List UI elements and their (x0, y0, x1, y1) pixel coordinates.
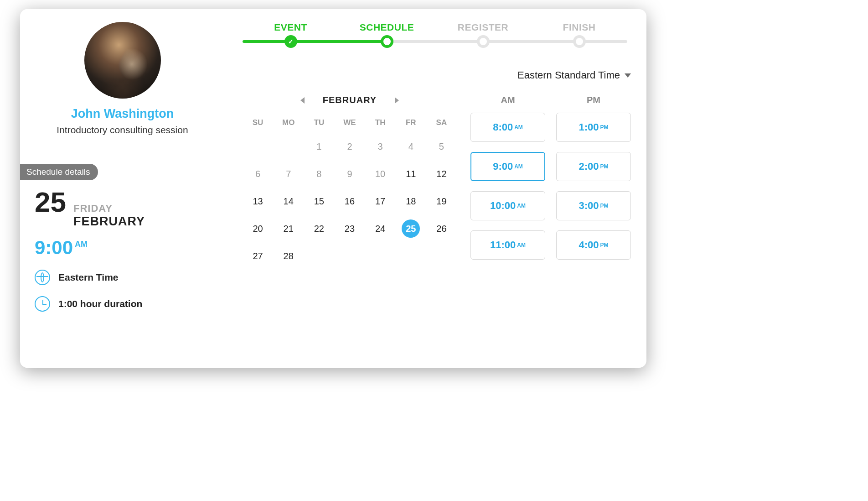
timezone-label: Eastern Time (58, 272, 119, 283)
progress-stepper: EVENT SCHEDULE REGISTER FINISH ✓ (243, 22, 627, 58)
calendar: FEBRUARY SUMOTUWETHFRSA12345678910111213… (243, 95, 457, 264)
calendar-month-label: FEBRUARY (323, 95, 377, 105)
stepper-track: ✓ (243, 40, 627, 43)
calendar-day (273, 138, 304, 155)
person-name: John Washington (71, 107, 174, 121)
time-slot[interactable]: 3:00PM (556, 191, 631, 220)
calendar-dow: SU (243, 118, 273, 127)
calendar-day: 4 (396, 138, 426, 155)
calendar-day[interactable]: 18 (396, 193, 426, 209)
time-slot[interactable]: 11:00AM (470, 230, 545, 260)
calendar-day[interactable]: 27 (243, 248, 273, 264)
calendar-day[interactable]: 12 (426, 166, 457, 182)
selected-day-number: 25 (35, 189, 66, 215)
step-node-register[interactable] (477, 35, 490, 48)
selected-weekday: FRIDAY (73, 203, 145, 214)
calendar-day[interactable]: 23 (334, 220, 365, 237)
timezone-picker[interactable]: Eastern Standard Time (243, 69, 631, 81)
calendar-dow: MO (273, 118, 304, 127)
time-slot[interactable]: 2:00PM (556, 152, 631, 181)
calendar-day[interactable]: 26 (426, 220, 457, 237)
calendar-day[interactable]: 14 (273, 193, 304, 209)
main-panel: EVENT SCHEDULE REGISTER FINISH ✓ Eastern… (225, 9, 646, 368)
calendar-day (396, 248, 426, 264)
step-schedule[interactable]: SCHEDULE (339, 22, 435, 33)
selected-month: FEBRUARY (73, 214, 145, 229)
calendar-day: 1 (304, 138, 334, 155)
step-register[interactable]: REGISTER (435, 22, 531, 33)
selected-time: 9:00 (35, 237, 73, 259)
duration-label: 1:00 hour duration (58, 298, 142, 309)
calendar-day: 9 (334, 166, 365, 182)
calendar-dow: TH (365, 118, 396, 127)
calendar-day[interactable]: 22 (304, 220, 334, 237)
calendar-dow: FR (396, 118, 426, 127)
session-title: Introductory consulting session (57, 125, 188, 136)
selected-meridiem: AM (75, 240, 88, 249)
calendar-grid: SUMOTUWETHFRSA12345678910111213141516171… (243, 118, 457, 264)
schedule-details-badge: Schedule details (20, 164, 98, 180)
calendar-day (334, 248, 365, 264)
step-node-event[interactable]: ✓ (284, 35, 297, 48)
step-node-schedule[interactable] (381, 35, 393, 48)
sidebar: John Washington Introductory consulting … (20, 9, 225, 368)
chevron-down-icon (625, 73, 631, 78)
step-finish[interactable]: FINISH (531, 22, 627, 33)
calendar-day: 8 (304, 166, 334, 182)
calendar-day[interactable]: 11 (396, 166, 426, 182)
calendar-day (365, 248, 396, 264)
calendar-day[interactable]: 17 (365, 193, 396, 209)
calendar-day[interactable]: 21 (273, 220, 304, 237)
step-event[interactable]: EVENT (243, 22, 339, 33)
calendar-dow: TU (304, 118, 334, 127)
next-month-button[interactable] (395, 97, 399, 104)
calendar-day[interactable]: 28 (273, 248, 304, 264)
prev-month-button[interactable] (300, 97, 305, 104)
calendar-day (304, 248, 334, 264)
calendar-day[interactable]: 20 (243, 220, 273, 237)
selected-date-block: 25 FRIDAY FEBRUARY 9:00 AM Eastern Time … (35, 189, 145, 312)
scheduler-card: John Washington Introductory consulting … (20, 9, 646, 368)
calendar-day: 6 (243, 166, 273, 182)
time-slot[interactable]: 1:00PM (556, 113, 631, 142)
time-slot[interactable]: 10:00AM (470, 191, 545, 220)
calendar-day[interactable]: 19 (426, 193, 457, 209)
time-slot[interactable]: 4:00PM (556, 230, 631, 260)
time-slot[interactable]: 9:00AM (470, 152, 545, 181)
calendar-day: 10 (365, 166, 396, 182)
calendar-day (426, 248, 457, 264)
calendar-day[interactable]: 13 (243, 193, 273, 209)
calendar-day[interactable]: 15 (304, 193, 334, 209)
calendar-day: 5 (426, 138, 457, 155)
calendar-day[interactable]: 24 (365, 220, 396, 237)
globe-icon (35, 270, 50, 285)
clock-icon (35, 296, 50, 312)
calendar-dow: WE (334, 118, 365, 127)
slots-pm-head: PM (556, 95, 631, 105)
time-slot[interactable]: 8:00AM (470, 113, 545, 142)
slots-am-head: AM (470, 95, 545, 105)
time-slots: AM PM 8:00AM1:00PM9:00AM2:00PM10:00AM3:0… (470, 95, 631, 264)
avatar (84, 22, 161, 99)
slots-grid: 8:00AM1:00PM9:00AM2:00PM10:00AM3:00PM11:… (470, 113, 631, 260)
calendar-day[interactable]: 16 (334, 193, 365, 209)
calendar-day: 3 (365, 138, 396, 155)
calendar-dow: SA (426, 118, 457, 127)
calendar-day[interactable]: 25 (396, 220, 426, 237)
calendar-day (243, 138, 273, 155)
step-node-finish[interactable] (573, 35, 586, 48)
calendar-day: 2 (334, 138, 365, 155)
timezone-value: Eastern Standard Time (517, 69, 620, 81)
calendar-day: 7 (273, 166, 304, 182)
